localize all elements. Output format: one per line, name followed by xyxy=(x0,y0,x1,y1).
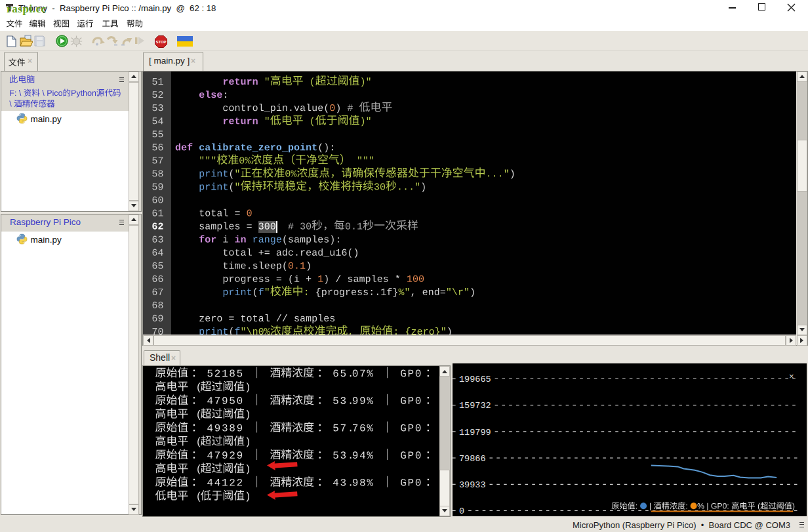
svg-text:STOP: STOP xyxy=(155,40,166,44)
svg-text:159732: 159732 xyxy=(459,401,491,411)
svg-text:0: 0 xyxy=(459,506,464,516)
svg-text:79866: 79866 xyxy=(459,453,486,463)
svg-text:39933: 39933 xyxy=(459,480,486,490)
svg-text:199665: 199665 xyxy=(459,375,491,384)
svg-text:119799: 119799 xyxy=(459,427,491,437)
